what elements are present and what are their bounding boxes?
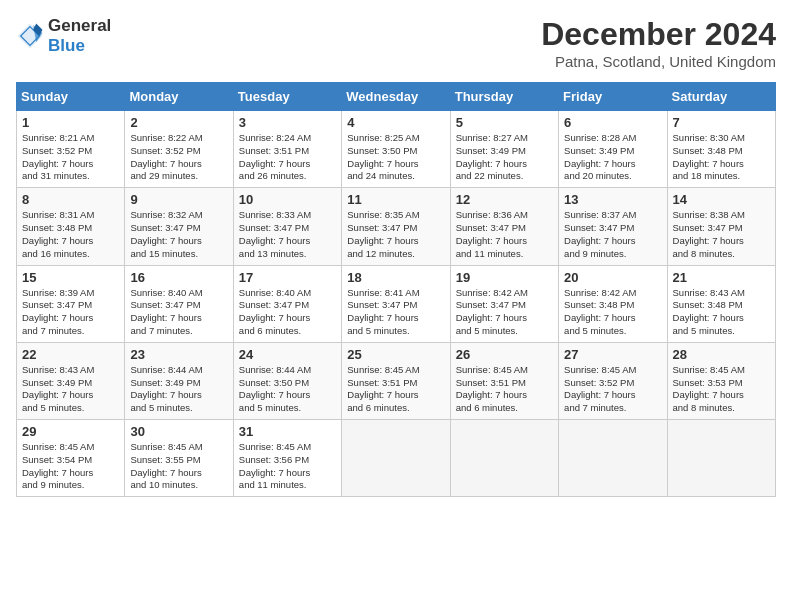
day-cell: 2Sunrise: 8:22 AMSunset: 3:52 PMDaylight… [125,111,233,188]
month-title: December 2024 [541,16,776,53]
day-number: 29 [22,424,119,439]
location-title: Patna, Scotland, United Kingdom [541,53,776,70]
day-info: Sunrise: 8:33 AMSunset: 3:47 PMDaylight:… [239,209,336,260]
day-info: Sunrise: 8:40 AMSunset: 3:47 PMDaylight:… [239,287,336,338]
day-number: 13 [564,192,661,207]
day-cell: 20Sunrise: 8:42 AMSunset: 3:48 PMDayligh… [559,265,667,342]
day-info: Sunrise: 8:44 AMSunset: 3:49 PMDaylight:… [130,364,227,415]
day-info: Sunrise: 8:30 AMSunset: 3:48 PMDaylight:… [673,132,770,183]
day-cell: 23Sunrise: 8:44 AMSunset: 3:49 PMDayligh… [125,342,233,419]
day-cell: 17Sunrise: 8:40 AMSunset: 3:47 PMDayligh… [233,265,341,342]
day-info: Sunrise: 8:45 AMSunset: 3:53 PMDaylight:… [673,364,770,415]
day-cell: 14Sunrise: 8:38 AMSunset: 3:47 PMDayligh… [667,188,775,265]
header-monday: Monday [125,83,233,111]
logo-blue: Blue [48,36,111,56]
day-number: 25 [347,347,444,362]
day-cell [559,420,667,497]
day-number: 6 [564,115,661,130]
day-number: 4 [347,115,444,130]
day-info: Sunrise: 8:45 AMSunset: 3:51 PMDaylight:… [347,364,444,415]
header-wednesday: Wednesday [342,83,450,111]
day-number: 12 [456,192,553,207]
day-info: Sunrise: 8:27 AMSunset: 3:49 PMDaylight:… [456,132,553,183]
day-number: 23 [130,347,227,362]
day-cell: 13Sunrise: 8:37 AMSunset: 3:47 PMDayligh… [559,188,667,265]
title-block: December 2024 Patna, Scotland, United Ki… [541,16,776,70]
day-cell [667,420,775,497]
day-cell: 21Sunrise: 8:43 AMSunset: 3:48 PMDayligh… [667,265,775,342]
day-number: 1 [22,115,119,130]
day-info: Sunrise: 8:42 AMSunset: 3:48 PMDaylight:… [564,287,661,338]
header-friday: Friday [559,83,667,111]
day-info: Sunrise: 8:37 AMSunset: 3:47 PMDaylight:… [564,209,661,260]
day-cell [342,420,450,497]
day-number: 19 [456,270,553,285]
week-row-3: 15Sunrise: 8:39 AMSunset: 3:47 PMDayligh… [17,265,776,342]
day-number: 16 [130,270,227,285]
day-cell: 11Sunrise: 8:35 AMSunset: 3:47 PMDayligh… [342,188,450,265]
day-info: Sunrise: 8:45 AMSunset: 3:52 PMDaylight:… [564,364,661,415]
day-info: Sunrise: 8:40 AMSunset: 3:47 PMDaylight:… [130,287,227,338]
day-cell: 6Sunrise: 8:28 AMSunset: 3:49 PMDaylight… [559,111,667,188]
week-row-1: 1Sunrise: 8:21 AMSunset: 3:52 PMDaylight… [17,111,776,188]
day-info: Sunrise: 8:28 AMSunset: 3:49 PMDaylight:… [564,132,661,183]
day-cell: 8Sunrise: 8:31 AMSunset: 3:48 PMDaylight… [17,188,125,265]
day-info: Sunrise: 8:31 AMSunset: 3:48 PMDaylight:… [22,209,119,260]
day-number: 11 [347,192,444,207]
day-cell: 29Sunrise: 8:45 AMSunset: 3:54 PMDayligh… [17,420,125,497]
day-cell: 5Sunrise: 8:27 AMSunset: 3:49 PMDaylight… [450,111,558,188]
day-info: Sunrise: 8:24 AMSunset: 3:51 PMDaylight:… [239,132,336,183]
day-info: Sunrise: 8:38 AMSunset: 3:47 PMDaylight:… [673,209,770,260]
week-row-5: 29Sunrise: 8:45 AMSunset: 3:54 PMDayligh… [17,420,776,497]
day-info: Sunrise: 8:45 AMSunset: 3:55 PMDaylight:… [130,441,227,492]
day-info: Sunrise: 8:32 AMSunset: 3:47 PMDaylight:… [130,209,227,260]
day-cell: 9Sunrise: 8:32 AMSunset: 3:47 PMDaylight… [125,188,233,265]
day-cell [450,420,558,497]
day-number: 24 [239,347,336,362]
day-number: 10 [239,192,336,207]
week-row-2: 8Sunrise: 8:31 AMSunset: 3:48 PMDaylight… [17,188,776,265]
day-number: 26 [456,347,553,362]
header-row: SundayMondayTuesdayWednesdayThursdayFrid… [17,83,776,111]
day-number: 15 [22,270,119,285]
day-cell: 1Sunrise: 8:21 AMSunset: 3:52 PMDaylight… [17,111,125,188]
day-info: Sunrise: 8:39 AMSunset: 3:47 PMDaylight:… [22,287,119,338]
calendar-table: SundayMondayTuesdayWednesdayThursdayFrid… [16,82,776,497]
header-tuesday: Tuesday [233,83,341,111]
day-number: 22 [22,347,119,362]
day-info: Sunrise: 8:44 AMSunset: 3:50 PMDaylight:… [239,364,336,415]
day-info: Sunrise: 8:45 AMSunset: 3:54 PMDaylight:… [22,441,119,492]
day-number: 2 [130,115,227,130]
day-cell: 16Sunrise: 8:40 AMSunset: 3:47 PMDayligh… [125,265,233,342]
day-number: 17 [239,270,336,285]
day-cell: 7Sunrise: 8:30 AMSunset: 3:48 PMDaylight… [667,111,775,188]
day-cell: 4Sunrise: 8:25 AMSunset: 3:50 PMDaylight… [342,111,450,188]
day-cell: 28Sunrise: 8:45 AMSunset: 3:53 PMDayligh… [667,342,775,419]
day-number: 31 [239,424,336,439]
day-info: Sunrise: 8:36 AMSunset: 3:47 PMDaylight:… [456,209,553,260]
day-info: Sunrise: 8:43 AMSunset: 3:48 PMDaylight:… [673,287,770,338]
day-cell: 27Sunrise: 8:45 AMSunset: 3:52 PMDayligh… [559,342,667,419]
day-cell: 26Sunrise: 8:45 AMSunset: 3:51 PMDayligh… [450,342,558,419]
logo: General Blue [16,16,111,55]
day-cell: 15Sunrise: 8:39 AMSunset: 3:47 PMDayligh… [17,265,125,342]
page-header: General Blue December 2024 Patna, Scotla… [16,16,776,70]
day-info: Sunrise: 8:21 AMSunset: 3:52 PMDaylight:… [22,132,119,183]
logo-icon [16,22,44,50]
day-number: 18 [347,270,444,285]
day-cell: 3Sunrise: 8:24 AMSunset: 3:51 PMDaylight… [233,111,341,188]
day-cell: 22Sunrise: 8:43 AMSunset: 3:49 PMDayligh… [17,342,125,419]
day-cell: 24Sunrise: 8:44 AMSunset: 3:50 PMDayligh… [233,342,341,419]
day-info: Sunrise: 8:45 AMSunset: 3:56 PMDaylight:… [239,441,336,492]
day-number: 9 [130,192,227,207]
header-saturday: Saturday [667,83,775,111]
day-number: 21 [673,270,770,285]
day-number: 8 [22,192,119,207]
day-cell: 31Sunrise: 8:45 AMSunset: 3:56 PMDayligh… [233,420,341,497]
day-number: 3 [239,115,336,130]
day-info: Sunrise: 8:43 AMSunset: 3:49 PMDaylight:… [22,364,119,415]
day-number: 30 [130,424,227,439]
week-row-4: 22Sunrise: 8:43 AMSunset: 3:49 PMDayligh… [17,342,776,419]
logo-text: General Blue [48,16,111,55]
day-cell: 19Sunrise: 8:42 AMSunset: 3:47 PMDayligh… [450,265,558,342]
